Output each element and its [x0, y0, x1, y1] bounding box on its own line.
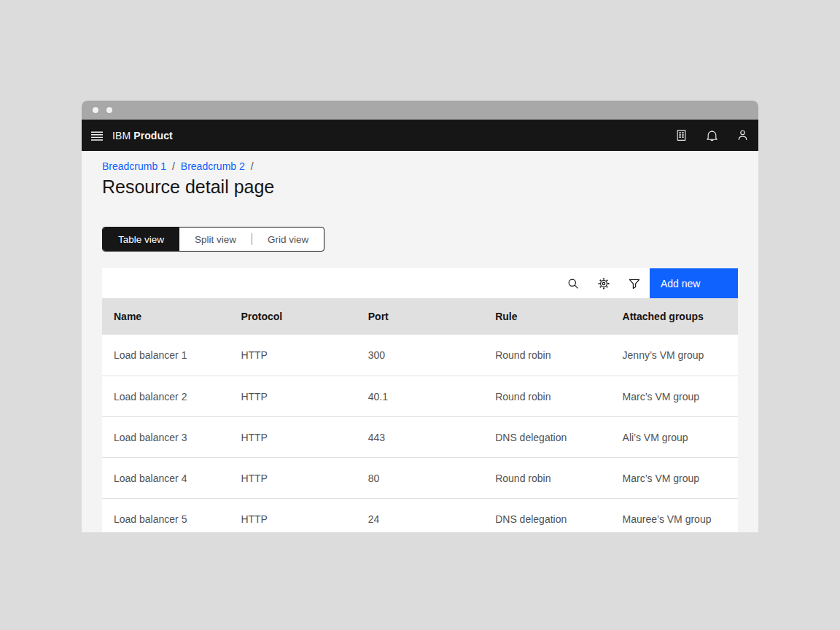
add-new-button[interactable]: Add new — [650, 268, 738, 298]
table-cell-attached-groups: Ali’s VM group — [611, 432, 738, 443]
menu-button[interactable] — [85, 124, 109, 147]
table-cell-rule: Round robin — [483, 472, 610, 484]
app-header: IBMProduct — [82, 120, 758, 151]
brand-prefix: IBM — [112, 130, 131, 141]
filter-button[interactable] — [619, 268, 650, 298]
search-button[interactable] — [558, 268, 588, 298]
table-cell-protocol: HTTP — [229, 391, 356, 402]
page-title: Resource detail page — [102, 176, 738, 198]
tab-table-view[interactable]: Table view — [103, 228, 179, 251]
brand: IBMProduct — [112, 130, 173, 141]
table-cell-name: Load balancer 2 — [102, 391, 229, 402]
table-cell-rule: DNS delegation — [483, 513, 610, 525]
column-header-port: Port — [357, 311, 483, 322]
table-cell-attached-groups: Mauree’s VM group — [611, 513, 738, 525]
view-switcher: Table view Split view Grid view — [102, 227, 324, 252]
app-switcher-button[interactable] — [669, 124, 693, 147]
table-cell-attached-groups: Jenny’s VM group — [611, 349, 738, 361]
search-icon — [567, 278, 579, 289]
grid-icon — [675, 129, 688, 141]
table-header-row: Name Protocol Port Rule Attached groups — [102, 298, 738, 335]
header-actions — [669, 124, 758, 147]
table-cell-port: 443 — [357, 432, 483, 443]
breadcrumb-separator: / — [172, 160, 175, 173]
table-row: Load balancer 2 HTTP 40.1 Round robin Ma… — [102, 376, 738, 416]
table-cell-name: Load balancer 5 — [102, 513, 229, 525]
table-row: Load balancer 5 HTTP 24 DNS delegation M… — [102, 498, 738, 532]
breadcrumb-link-1[interactable]: Breadcrumb 1 — [102, 160, 166, 173]
table-cell-protocol: HTTP — [229, 472, 356, 484]
column-header-attached-groups: Attached groups — [611, 311, 738, 322]
user-icon — [736, 129, 749, 141]
table-cell-rule: Round robin — [483, 391, 610, 402]
table-row: Load balancer 3 HTTP 443 DNS delegation … — [102, 416, 738, 457]
column-header-protocol: Protocol — [229, 311, 356, 322]
bell-icon — [706, 129, 718, 141]
page-content: Breadcrumb 1 / Breadcrumb 2 / Resource d… — [82, 151, 758, 532]
breadcrumb-link-2[interactable]: Breadcrumb 2 — [181, 160, 245, 173]
hamburger-menu-icon — [90, 129, 104, 142]
tab-grid-view[interactable]: Grid view — [252, 228, 324, 251]
table-cell-port: 300 — [357, 349, 483, 361]
table-cell-rule: DNS delegation — [483, 432, 610, 443]
table-cell-name: Load balancer 3 — [102, 432, 229, 443]
browser-chrome — [82, 101, 758, 120]
table-cell-protocol: HTTP — [229, 432, 356, 443]
browser-window: IBMProduct — [82, 101, 758, 532]
filter-icon — [629, 278, 640, 289]
settings-button[interactable] — [588, 268, 619, 298]
column-header-rule: Rule — [483, 311, 610, 322]
breadcrumb: Breadcrumb 1 / Breadcrumb 2 / — [102, 160, 738, 173]
table-cell-protocol: HTTP — [229, 349, 356, 361]
column-header-name: Name — [102, 311, 229, 322]
data-table: Add new Name Protocol Port Rule Attached… — [102, 268, 738, 532]
table-cell-protocol: HTTP — [229, 513, 356, 525]
notifications-button[interactable] — [700, 124, 723, 147]
table-row: Load balancer 1 HTTP 300 Round robin Jen… — [102, 335, 738, 376]
breadcrumb-separator: / — [251, 160, 254, 173]
user-button[interactable] — [731, 124, 754, 147]
tab-split-view[interactable]: Split view — [179, 228, 252, 251]
table-cell-name: Load balancer 4 — [102, 472, 229, 484]
brand-product-name: Product — [133, 130, 173, 141]
table-cell-port: 40.1 — [357, 391, 483, 402]
table-cell-name: Load balancer 1 — [102, 349, 229, 361]
table-row: Load balancer 4 HTTP 80 Round robin Marc… — [102, 457, 738, 498]
window-dot — [93, 107, 98, 113]
table-cell-port: 24 — [357, 513, 483, 525]
gear-icon — [598, 278, 610, 289]
table-cell-port: 80 — [357, 472, 483, 484]
table-cell-attached-groups: Marc’s VM group — [611, 472, 738, 484]
table-toolbar: Add new — [102, 268, 738, 298]
table-cell-rule: Round robin — [483, 349, 610, 361]
window-dot — [106, 107, 112, 113]
table-cell-attached-groups: Marc’s VM group — [611, 391, 738, 402]
